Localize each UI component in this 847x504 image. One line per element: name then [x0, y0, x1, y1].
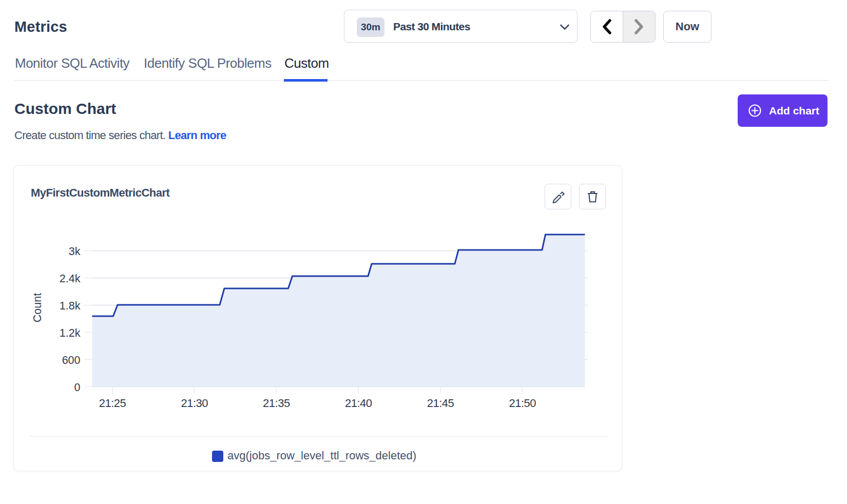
svg-text:21:50: 21:50: [509, 397, 536, 410]
svg-text:1.8k: 1.8k: [60, 300, 81, 312]
svg-text:21:30: 21:30: [181, 397, 208, 410]
svg-text:21:25: 21:25: [99, 397, 126, 410]
svg-text:3k: 3k: [69, 245, 81, 258]
svg-text:600: 600: [62, 354, 81, 366]
svg-text:1.2k: 1.2k: [60, 327, 81, 339]
svg-text:0: 0: [74, 381, 81, 394]
svg-text:21:35: 21:35: [263, 397, 290, 410]
svg-text:avg(jobs_row_level_ttl_rows_de: avg(jobs_row_level_ttl_rows_deleted): [227, 449, 416, 462]
svg-text:21:40: 21:40: [345, 397, 372, 410]
svg-text:21:45: 21:45: [427, 397, 454, 410]
svg-text:2.4k: 2.4k: [60, 273, 81, 285]
svg-text:Count: Count: [31, 293, 44, 322]
